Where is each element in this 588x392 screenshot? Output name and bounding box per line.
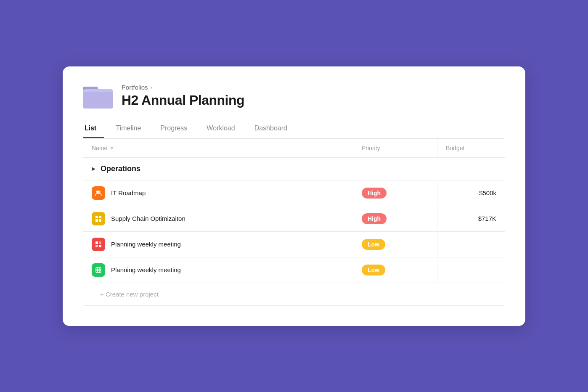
row-priority-planning1: Low (353, 233, 437, 256)
svg-rect-9 (99, 219, 101, 222)
row-name-supply-chain: Supply Chain Optimizaiton (111, 215, 185, 222)
column-header-name[interactable]: Name ▾ (83, 139, 353, 157)
svg-rect-8 (95, 219, 98, 222)
svg-point-5 (98, 191, 101, 193)
table-row: Supply Chain Optimizaiton High $717K (83, 206, 505, 232)
page-title: H2 Annual Planning (122, 93, 244, 108)
tab-list[interactable]: List (83, 120, 104, 138)
table-header: Name ▾ Priority Budget (83, 139, 505, 158)
create-new-project-row[interactable]: + Create new project (83, 283, 505, 305)
tab-progress[interactable]: Progress (159, 120, 195, 138)
row-name-cell: Supply Chain Optimizaiton (83, 206, 353, 231)
group-name-operations: Operations (101, 164, 140, 173)
folder-icon (83, 83, 113, 109)
tab-workload[interactable]: Workload (205, 120, 242, 138)
row-budget-planning2 (437, 264, 505, 276)
priority-badge-low: Low (362, 239, 385, 250)
table-row: IT Roadmap High $500k (83, 180, 505, 206)
group-toggle-icon[interactable]: ▶ (92, 166, 95, 172)
chevron-down-icon: ▾ (111, 145, 113, 151)
project-icon-it-roadmap (92, 186, 105, 200)
row-budget-supply-chain: $717K (437, 209, 505, 228)
column-header-priority: Priority (353, 139, 437, 157)
svg-rect-11 (99, 241, 101, 244)
row-name-it-roadmap: IT Roadmap (111, 189, 146, 196)
breadcrumb-parent[interactable]: Portfolios (122, 84, 148, 91)
header: Portfolios › H2 Annual Planning (83, 83, 505, 109)
svg-rect-14 (96, 268, 101, 273)
table-row: Planning weekly meeting Low (83, 257, 505, 283)
main-card: Portfolios › H2 Annual Planning List Tim… (63, 66, 525, 326)
tab-bar: List Timeline Progress Workload Dashboar… (83, 120, 505, 138)
breadcrumb-chevron: › (151, 84, 152, 90)
row-priority-supply-chain: High (353, 207, 437, 230)
svg-rect-12 (95, 245, 98, 247)
header-text: Portfolios › H2 Annual Planning (122, 84, 244, 108)
breadcrumb: Portfolios › (122, 84, 244, 91)
svg-rect-13 (99, 245, 101, 247)
row-name-cell: Planning weekly meeting (83, 232, 353, 257)
row-name-planning1: Planning weekly meeting (111, 241, 181, 248)
row-budget-planning1 (437, 238, 505, 250)
row-name-cell: Planning weekly meeting (83, 257, 353, 283)
tab-dashboard[interactable]: Dashboard (253, 120, 295, 138)
column-header-budget: Budget (437, 139, 505, 157)
row-budget-it-roadmap: $500k (437, 183, 505, 202)
group-row-operations: ▶ Operations (83, 158, 505, 180)
row-name-planning2: Planning weekly meeting (111, 266, 181, 273)
table-row: Planning weekly meeting Low (83, 232, 505, 257)
priority-badge-high: High (362, 188, 387, 199)
svg-rect-10 (95, 241, 98, 244)
project-icon-supply-chain (92, 212, 105, 225)
project-table: Name ▾ Priority Budget ▶ Operations (83, 138, 505, 306)
row-priority-planning2: Low (353, 259, 437, 281)
project-icon-planning1 (92, 238, 105, 251)
create-label[interactable]: + Create new project (100, 291, 159, 298)
tab-timeline[interactable]: Timeline (114, 120, 148, 138)
row-name-cell: IT Roadmap (83, 180, 353, 206)
project-icon-planning2 (92, 263, 105, 277)
priority-badge-high: High (362, 213, 387, 224)
svg-rect-7 (99, 216, 101, 218)
priority-badge-low: Low (362, 265, 385, 275)
svg-rect-3 (83, 92, 113, 109)
row-priority-it-roadmap: High (353, 182, 437, 204)
svg-rect-6 (95, 216, 98, 218)
